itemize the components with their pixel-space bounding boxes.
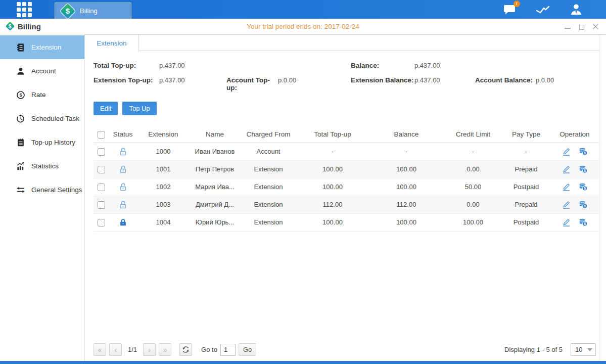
cell-name: Иван Иванов (190, 143, 240, 160)
window-titlebar: $ Billing Your trial period ends on: 201… (0, 19, 606, 34)
balance-value: p.437.00 (414, 62, 440, 69)
extension-topup-label: Extension Top-up: (94, 76, 159, 84)
cell-balance: 100.00 (368, 178, 444, 196)
sidebar-item-account[interactable]: Account (0, 59, 84, 83)
col-total-topup: Total Top-up (297, 126, 368, 143)
goto-page-input[interactable] (220, 344, 236, 356)
edit-button[interactable]: Edit (94, 102, 118, 115)
sidebar-item-label: Account (31, 67, 56, 75)
general-settings-icon (16, 186, 25, 195)
col-balance: Balance (368, 126, 444, 143)
tab-extension[interactable]: Extension (85, 35, 139, 52)
rate-icon: $ (16, 90, 25, 100)
table-row: 1000Иван ИвановAccount---- (94, 143, 599, 160)
topbar-billing-tab[interactable]: $ Billing (55, 3, 131, 19)
maximize-button[interactable] (578, 23, 585, 30)
table-row: 1003Дмитрий Д...Extension112.00112.000.0… (94, 196, 599, 213)
cell-charged-from: Extension (240, 178, 297, 196)
col-pay-type: Pay Type (502, 126, 550, 143)
edit-extension-icon[interactable] (562, 200, 571, 209)
prev-page-button[interactable]: ‹ (109, 343, 122, 356)
row-checkbox[interactable] (98, 148, 105, 156)
cell-pay-type: Prepaid (502, 196, 550, 213)
row-checkbox[interactable] (98, 166, 105, 173)
topup-extension-icon[interactable] (578, 164, 588, 174)
cell-credit-limit: 0.00 (444, 160, 502, 178)
billing-title-icon: $ (5, 22, 15, 31)
cell-credit-limit: - (444, 143, 502, 160)
billing-diamond-icon: $ (60, 4, 75, 19)
cell-charged-from: Account (240, 143, 297, 160)
account-topup-label: Account Top-up: (226, 76, 278, 92)
chevron-down-icon (587, 348, 592, 351)
cell-balance: 100.00 (368, 160, 444, 178)
status-unlocked-icon (118, 164, 128, 174)
cell-credit-limit: 0.00 (444, 196, 502, 213)
apps-grid-icon[interactable] (17, 2, 32, 17)
table-row: 1004Юрий Юрь...Extension100.00100.00100.… (94, 213, 599, 231)
sidebar-item-statistics[interactable]: Statistics (0, 154, 84, 178)
cell-total-topup: 100.00 (297, 178, 368, 196)
sidebar-item-rate[interactable]: $ Rate (0, 83, 84, 107)
cell-total-topup: 112.00 (297, 196, 368, 213)
displaying-text: Displaying 1 - 5 of 5 (504, 346, 563, 353)
statistics-icon (16, 162, 25, 171)
topup-extension-icon[interactable] (578, 182, 588, 192)
table-body: 1000Иван ИвановAccount----1001Петр Петро… (94, 143, 599, 231)
cell-total-topup: 100.00 (297, 213, 368, 231)
summary-panel: Total Top-up: p.437.00 Balance: p.437.00… (85, 51, 606, 92)
sidebar-item-extension[interactable]: Extension (0, 35, 84, 59)
cell-charged-from: Extension (240, 213, 297, 231)
edit-extension-icon[interactable] (562, 217, 571, 227)
first-page-button[interactable]: « (94, 343, 106, 356)
status-unlocked-icon (118, 181, 128, 192)
cell-extension: 1004 (137, 213, 190, 231)
col-extension: Extension (137, 126, 190, 143)
sidebar-item-label: Statistics (31, 162, 59, 170)
edit-extension-icon[interactable] (562, 164, 571, 174)
sidebar-item-general-settings[interactable]: General Settings (0, 178, 84, 202)
col-charged-from: Charged From (240, 126, 297, 143)
page-size-value: 10 (575, 346, 582, 353)
topup-extension-icon[interactable] (578, 217, 588, 227)
sidebar-item-scheduled-task[interactable]: Scheduled Task (0, 107, 84, 130)
svg-text:$: $ (19, 92, 22, 98)
cell-credit-limit: 100.00 (444, 213, 502, 231)
page-indicator: 1/1 (128, 346, 137, 353)
cell-total-topup: 100.00 (297, 160, 368, 178)
cell-extension: 1003 (137, 196, 190, 213)
row-checkbox[interactable] (98, 184, 105, 191)
refresh-button[interactable] (179, 343, 192, 356)
page-size-select[interactable]: 10 (571, 343, 596, 356)
go-button[interactable]: Go (239, 343, 256, 356)
edit-extension-icon[interactable] (562, 182, 571, 192)
next-page-button[interactable]: › (143, 343, 156, 356)
cell-extension: 1002 (137, 178, 190, 196)
messages-icon[interactable]: ! (502, 3, 517, 17)
cell-balance: - (368, 143, 444, 160)
account-balance-label: Account Balance: (475, 76, 536, 84)
topup-extension-icon[interactable] (578, 200, 588, 209)
topup-extension-icon[interactable] (578, 147, 588, 156)
sidebar-item-label: Scheduled Task (31, 115, 79, 122)
row-checkbox[interactable] (98, 201, 105, 209)
account-balance-value: p.0.00 (536, 76, 554, 84)
top-up-button[interactable]: Top Up (122, 102, 156, 115)
sidebar-item-topup-history[interactable]: Top-up History (0, 130, 84, 154)
last-page-button[interactable]: » (159, 343, 171, 356)
table-header-row: Status Extension Name Charged From Total… (94, 126, 599, 143)
minimize-button[interactable] (564, 23, 571, 30)
cell-name: Мария Ива... (190, 178, 240, 196)
refresh-icon (181, 345, 190, 354)
account-icon (16, 67, 25, 76)
main-content: Extension Total Top-up: p.437.00 Balance… (85, 34, 606, 361)
close-button[interactable] (592, 23, 599, 30)
select-all-checkbox[interactable] (98, 131, 105, 139)
col-operation: Operation (550, 126, 599, 143)
monitor-chart-icon[interactable] (535, 3, 550, 17)
edit-extension-icon[interactable] (562, 147, 571, 156)
user-account-icon[interactable] (569, 3, 584, 17)
row-checkbox[interactable] (98, 219, 105, 226)
notification-badge: ! (514, 1, 520, 7)
table-row: 1002Мария Ива...Extension100.00100.0050.… (94, 178, 599, 196)
